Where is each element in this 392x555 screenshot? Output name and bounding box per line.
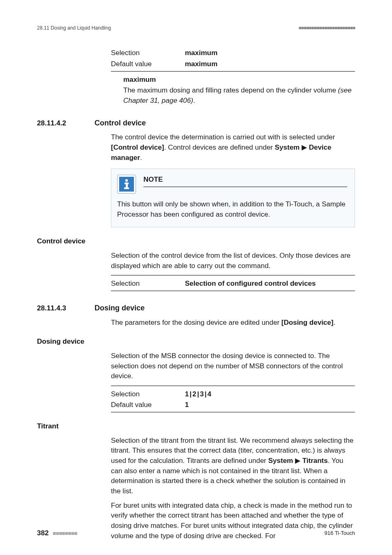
- selection-label: Selection: [111, 48, 160, 58]
- dosing-device-body: Selection of the MSB connector the dosin…: [111, 351, 355, 382]
- dd-sel-value: 1|2|3|4: [185, 389, 211, 400]
- cd-sel-label: Selection: [111, 279, 160, 289]
- header-right-dashes: ■■■■■■■■■■■■■■■■■■■■■■: [299, 25, 355, 32]
- section-num-a: 28.11.4.2: [37, 118, 95, 129]
- dosing-device-head: Dosing device: [37, 337, 355, 347]
- dd-intro-b: [Dosing device]: [281, 319, 334, 326]
- dd-def-label: Default value: [111, 400, 160, 410]
- divider: [111, 275, 355, 275]
- svg-point-1: [125, 179, 128, 182]
- dd-default-row: Default value 1: [111, 400, 355, 410]
- dd-sel-label: Selection: [111, 389, 160, 400]
- footer-device: 916 Ti-Touch: [325, 530, 355, 537]
- divider: [111, 386, 355, 386]
- section-title-a: Control device: [95, 118, 146, 128]
- maximum-term-body: The maximum dosing and filling rates dep…: [123, 86, 355, 106]
- svg-rect-3: [126, 183, 128, 188]
- header-left: 28.11 Dosing and Liquid Handling: [37, 25, 111, 32]
- svg-rect-4: [124, 187, 129, 189]
- note-text: This button will only be shown when, in …: [117, 199, 347, 220]
- cd-sel-value: Selection of configured control devices: [185, 279, 316, 289]
- default-value: maximum: [185, 59, 217, 69]
- dd-intro-a: The parameters for the dosing device are…: [111, 319, 281, 326]
- dd-intro-c: .: [333, 319, 335, 326]
- cd-intro-g: .: [140, 154, 142, 162]
- titrant-p1-b: System: [268, 457, 293, 465]
- dd-opt-2: 2: [192, 390, 196, 398]
- maximum-body-c: .: [193, 97, 195, 104]
- dd-opt-3: 3: [200, 390, 203, 398]
- titrant-head: Titrant: [37, 421, 355, 432]
- cd-intro-c: . Control devices are defined under: [164, 143, 274, 151]
- note-label: NOTE: [143, 175, 347, 187]
- titrant-p1-d: Titrants: [302, 457, 328, 465]
- cd-selection-row: Selection Selection of configured contro…: [111, 279, 355, 289]
- note-box: NOTE This button will only be shown when…: [111, 169, 355, 227]
- dd-opt-1: 1: [185, 390, 189, 398]
- titrant-p1-c: ▶: [293, 457, 302, 465]
- cd-intro-d: System: [275, 143, 300, 151]
- section-title-b: Dosing device: [95, 303, 145, 313]
- section-dosing-device: 28.11.4.3 Dosing device: [37, 303, 355, 314]
- selection-row: Selection maximum: [111, 48, 355, 58]
- page-header: 28.11 Dosing and Liquid Handling ■■■■■■■…: [37, 25, 355, 32]
- divider: [111, 412, 355, 412]
- control-device-intro: The control device the determination is …: [111, 132, 355, 163]
- section-num-b: 28.11.4.3: [37, 303, 95, 314]
- info-icon: [117, 175, 136, 194]
- cd-intro-a: The control device the determination is …: [111, 133, 335, 141]
- default-label: Default value: [111, 59, 160, 69]
- control-device-head: Control device: [37, 236, 355, 247]
- divider: [111, 291, 355, 291]
- divider: [111, 71, 355, 72]
- selection-value: maximum: [185, 48, 217, 58]
- footer-dashes: ■■■■■■■■: [53, 530, 77, 536]
- control-device-body: Selection of the control device from the…: [111, 251, 355, 271]
- maximum-body-a: The maximum dosing and filling rates dep…: [123, 86, 336, 94]
- maximum-term-head: maximum: [123, 75, 355, 85]
- page-footer: 382 ■■■■■■■■ 916 Ti-Touch: [37, 528, 355, 539]
- dosing-intro: The parameters for the dosing device are…: [111, 318, 355, 328]
- dd-selection-row: Selection 1|2|3|4: [111, 389, 355, 400]
- cd-intro-b: [Control device]: [111, 143, 164, 151]
- cd-intro-e: ▶: [300, 143, 309, 151]
- section-control-device: 28.11.4.2 Control device: [37, 118, 355, 129]
- dd-opt-4: 4: [208, 390, 211, 398]
- titrant-p1: Selection of the titrant from the titran…: [111, 436, 355, 497]
- page-number: 382: [37, 529, 48, 537]
- default-row: Default value maximum: [111, 59, 355, 69]
- dd-def-value: 1: [185, 400, 189, 410]
